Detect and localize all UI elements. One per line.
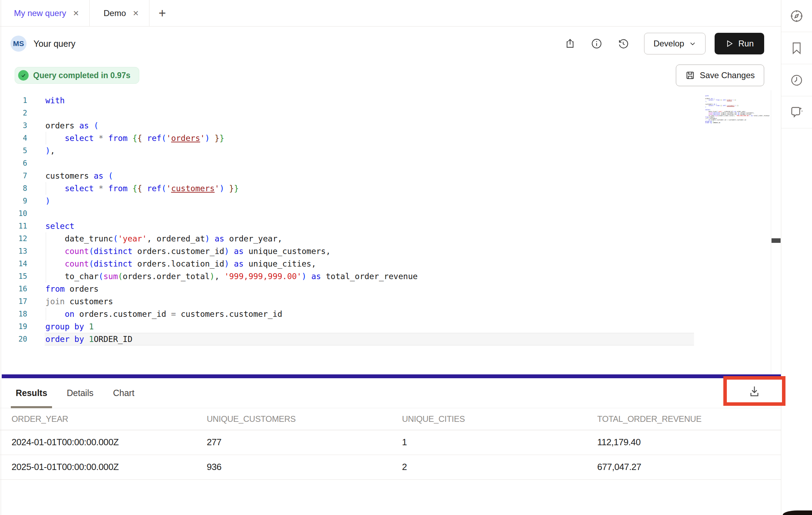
- status-row: Query completed in 0.97s Save Changes: [0, 61, 781, 90]
- status-message: Query completed in 0.97s: [33, 71, 131, 80]
- chat-sparkles-icon: [789, 105, 804, 120]
- save-changes-button[interactable]: Save Changes: [676, 65, 764, 86]
- table-cell: 677,047.27: [586, 455, 781, 479]
- line-number: 6: [0, 159, 27, 167]
- results-tab-results[interactable]: Results: [16, 378, 47, 408]
- header-icon-group: [564, 38, 629, 49]
- code-line: 5),: [0, 144, 771, 157]
- check-icon: [18, 70, 29, 81]
- line-number: 20: [0, 335, 27, 343]
- line-number: 18: [0, 310, 27, 318]
- table-cell: 1: [391, 430, 586, 455]
- history-icon[interactable]: [618, 38, 629, 49]
- bookmark-icon: [790, 41, 804, 55]
- table-row: 2025-01-01T00:00:00.000Z9362677,047.27: [0, 455, 781, 479]
- line-number: 3: [0, 121, 27, 130]
- line-number: 7: [0, 172, 27, 180]
- scrollbar-thumb[interactable]: [772, 238, 781, 243]
- develop-label: Develop: [654, 39, 684, 48]
- code-line: 8 select * from {{ ref('customers') }}: [0, 182, 771, 195]
- line-number: 9: [0, 197, 27, 205]
- results-tab-details[interactable]: Details: [67, 378, 93, 408]
- line-number: 19: [0, 322, 27, 331]
- table-header-row: ORDER_YEARUNIQUE_CUSTOMERSUNIQUE_CITIEST…: [0, 408, 781, 430]
- table-cell: 936: [195, 455, 390, 479]
- code-lines: 1with23orders as (4 select * from {{ ref…: [0, 94, 771, 345]
- download-button[interactable]: [747, 384, 761, 398]
- app-window: My new query×Demo× + MS Your query: [0, 0, 812, 515]
- column-header: UNIQUE_CUSTOMERS: [195, 408, 390, 430]
- table-cell: 2: [391, 455, 586, 479]
- new-tab-button[interactable]: +: [149, 0, 175, 26]
- line-number: 4: [0, 134, 27, 142]
- line-number: 15: [0, 272, 27, 281]
- panel-resize-divider[interactable]: [2, 374, 781, 378]
- results-tab-chart[interactable]: Chart: [113, 378, 134, 408]
- query-tab[interactable]: My new query×: [0, 0, 90, 26]
- code-line: 3orders as (: [0, 119, 771, 132]
- close-icon[interactable]: ×: [133, 8, 139, 18]
- tab-label: My new query: [14, 8, 66, 18]
- code-line: 2: [0, 107, 771, 119]
- code-line: 13 count(distinct orders.customer_id) as…: [0, 245, 771, 258]
- compass-icon: [789, 9, 804, 23]
- line-number: 5: [0, 147, 27, 155]
- avatar: MS: [10, 36, 27, 52]
- annotation-highlight: [723, 376, 785, 406]
- sidebar-item-bookmarks[interactable]: [781, 32, 812, 64]
- sidebar-item-assistant[interactable]: [781, 96, 812, 128]
- query-tab-bar: My new query×Demo× +: [0, 0, 781, 27]
- code-line: order by 1ORDER_ID: [702, 122, 769, 124]
- table-cell: 277: [195, 430, 390, 455]
- table-row: 2024-01-01T00:00:00.000Z2771112,179.40: [0, 430, 781, 455]
- develop-dropdown[interactable]: Develop: [644, 33, 706, 54]
- query-status-badge: Query completed in 0.97s: [15, 67, 139, 84]
- editor-minimap[interactable]: withorders as ( select * from {{ ref('or…: [702, 95, 769, 147]
- play-icon: [725, 39, 733, 48]
- table-cell: 2024-01-01T00:00:00.000Z: [0, 430, 195, 455]
- right-sidebar-rail: [781, 0, 812, 515]
- code-line: 9): [0, 195, 771, 207]
- query-header: MS Your query: [0, 27, 781, 61]
- results-tab-bar: ResultsDetailsChart: [0, 378, 781, 408]
- column-header: TOTAL_ORDER_REVENUE: [586, 408, 781, 430]
- results-table: ORDER_YEARUNIQUE_CUSTOMERSUNIQUE_CITIEST…: [0, 408, 781, 480]
- code-line: 12 date_trunc('year', ordered_at) as ord…: [0, 232, 771, 245]
- code-line: 17join customers: [0, 295, 771, 308]
- sidebar-item-history[interactable]: [781, 64, 812, 96]
- save-changes-label: Save Changes: [700, 70, 755, 80]
- download-icon: [747, 384, 761, 398]
- table-cell: 112,179.40: [586, 430, 781, 455]
- line-number: 13: [0, 247, 27, 255]
- line-number: 8: [0, 184, 27, 193]
- code-line: 18 on orders.customer_id = customers.cus…: [0, 308, 771, 320]
- code-line: 20order by 1ORDER_ID: [0, 333, 771, 345]
- line-number: 11: [0, 222, 27, 230]
- close-icon[interactable]: ×: [73, 8, 79, 18]
- line-number: 10: [0, 209, 27, 218]
- run-label: Run: [738, 39, 754, 48]
- page-title: Your query: [34, 39, 75, 49]
- line-number: 16: [0, 285, 27, 293]
- line-number: 14: [0, 260, 27, 268]
- query-tab[interactable]: Demo×: [90, 0, 149, 26]
- info-icon[interactable]: [591, 38, 602, 49]
- chevron-down-icon: [689, 40, 696, 47]
- code-line: 7customers as (: [0, 170, 771, 182]
- sidebar-item-explore[interactable]: [781, 0, 812, 32]
- tab-label: Demo: [104, 8, 126, 18]
- run-button[interactable]: Run: [715, 33, 764, 54]
- share-icon[interactable]: [564, 38, 576, 49]
- line-number: 17: [0, 297, 27, 306]
- code-line: 11select: [0, 220, 771, 232]
- code-line: 1with: [0, 94, 771, 107]
- results-panel: ResultsDetailsChart ORDER_YEARUNIQUE_CUS…: [0, 378, 781, 515]
- code-line: 16from orders: [0, 283, 771, 295]
- code-line: 15 to_char(sum(orders.order_total), '999…: [0, 270, 771, 283]
- column-header: ORDER_YEAR: [0, 408, 195, 430]
- line-number: 1: [0, 96, 27, 105]
- line-number: 12: [0, 234, 27, 243]
- sql-code-editor[interactable]: 1with23orders as (4 select * from {{ ref…: [0, 90, 771, 374]
- main-column: My new query×Demo× + MS Your query: [0, 0, 781, 515]
- code-line: 10: [0, 207, 771, 220]
